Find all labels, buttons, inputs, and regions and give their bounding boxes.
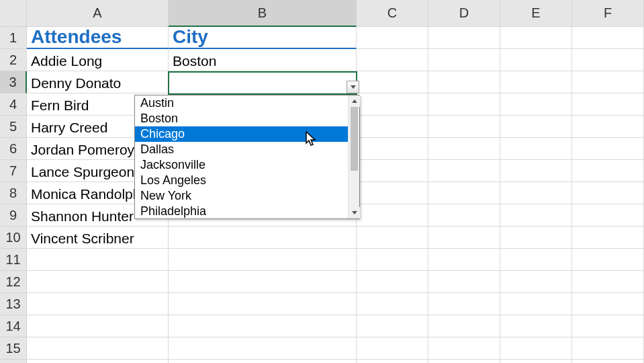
row-header-4[interactable]: 4: [0, 93, 27, 116]
cell-A12[interactable]: [27, 271, 169, 293]
cell-A11[interactable]: [27, 249, 169, 271]
cell-D15[interactable]: [428, 337, 500, 360]
cell-D16[interactable]: [428, 360, 500, 363]
row-header-8[interactable]: 8: [0, 182, 27, 204]
cell-A15[interactable]: [27, 337, 169, 360]
cell-A16[interactable]: [27, 360, 169, 363]
cell-A13[interactable]: [27, 293, 169, 315]
row-header-3[interactable]: 3: [0, 71, 27, 93]
cell-D10[interactable]: [428, 227, 500, 249]
col-header-D[interactable]: D: [428, 0, 500, 27]
cell-F2[interactable]: [572, 49, 644, 71]
cell-F11[interactable]: [572, 249, 644, 271]
cell-D9[interactable]: [428, 204, 500, 227]
cell-F10[interactable]: [572, 227, 644, 249]
row-header-6[interactable]: 6: [0, 138, 27, 160]
row-header-2[interactable]: 2: [0, 49, 27, 71]
cell-B12[interactable]: [169, 271, 357, 293]
cell-E16[interactable]: [500, 360, 572, 363]
data-validation-dropdown-list[interactable]: Austin Boston Chicago Dallas Jacksonvill…: [134, 95, 360, 219]
cell-E13[interactable]: [500, 293, 572, 315]
cell-B14[interactable]: [169, 315, 357, 337]
cell-D12[interactable]: [428, 271, 500, 293]
cell-D7[interactable]: [428, 160, 500, 182]
cell-C3[interactable]: [357, 71, 428, 93]
dropdown-item-losangeles[interactable]: Los Angeles: [135, 173, 359, 188]
cell-B3[interactable]: [169, 71, 357, 93]
col-header-C[interactable]: C: [357, 0, 428, 27]
cell-F7[interactable]: [572, 160, 644, 182]
cell-E11[interactable]: [500, 249, 572, 271]
col-header-A[interactable]: A: [27, 0, 169, 27]
cell-D2[interactable]: [428, 49, 500, 71]
dropdown-item-austin[interactable]: Austin: [135, 95, 359, 111]
cell-E15[interactable]: [500, 337, 572, 360]
cell-B11[interactable]: [169, 249, 357, 271]
cell-C16[interactable]: [357, 360, 428, 363]
cell-F16[interactable]: [572, 360, 644, 363]
cell-C7[interactable]: [357, 160, 428, 182]
cell-B2[interactable]: Boston: [169, 49, 357, 71]
cell-F9[interactable]: [572, 204, 644, 227]
cell-A10[interactable]: Vincent Scribner: [27, 227, 169, 249]
cell-D11[interactable]: [428, 249, 500, 271]
cell-F6[interactable]: [572, 138, 644, 160]
col-header-F[interactable]: F: [572, 0, 644, 27]
dropdown-item-dallas[interactable]: Dallas: [135, 142, 359, 157]
cell-C9[interactable]: [357, 204, 428, 227]
cell-C8[interactable]: [357, 182, 428, 204]
cell-B15[interactable]: [169, 337, 357, 360]
row-header-13[interactable]: 13: [0, 293, 27, 315]
cell-C10[interactable]: [357, 227, 428, 249]
cell-D1[interactable]: [428, 27, 500, 49]
cell-D13[interactable]: [428, 293, 500, 315]
row-header-16[interactable]: 16: [0, 360, 27, 363]
cell-B1[interactable]: City: [169, 27, 357, 49]
cell-F14[interactable]: [572, 315, 644, 337]
cell-F12[interactable]: [572, 271, 644, 293]
cell-E14[interactable]: [500, 315, 572, 337]
cell-D8[interactable]: [428, 182, 500, 204]
cell-E4[interactable]: [500, 93, 572, 116]
row-header-15[interactable]: 15: [0, 337, 27, 360]
cell-C1[interactable]: [357, 27, 428, 49]
row-header-1[interactable]: 1: [0, 27, 27, 49]
cell-C5[interactable]: [357, 116, 428, 138]
col-header-E[interactable]: E: [500, 0, 572, 27]
data-validation-dropdown-button[interactable]: [347, 81, 359, 93]
cell-F15[interactable]: [572, 337, 644, 360]
scroll-down-arrow[interactable]: [349, 207, 360, 218]
cell-E8[interactable]: [500, 182, 572, 204]
dropdown-item-chicago[interactable]: Chicago: [135, 126, 359, 142]
cell-F4[interactable]: [572, 93, 644, 116]
cell-C12[interactable]: [357, 271, 428, 293]
cell-C4[interactable]: [357, 93, 428, 116]
select-all-corner[interactable]: [0, 0, 27, 27]
cell-F5[interactable]: [572, 116, 644, 138]
cell-F13[interactable]: [572, 293, 644, 315]
cell-C13[interactable]: [357, 293, 428, 315]
cell-D5[interactable]: [428, 116, 500, 138]
scroll-thumb[interactable]: [351, 107, 358, 171]
cell-C14[interactable]: [357, 315, 428, 337]
cell-F3[interactable]: [572, 71, 644, 93]
cell-C2[interactable]: [357, 49, 428, 71]
dropdown-item-jacksonville[interactable]: Jacksonville: [135, 157, 359, 173]
cell-D6[interactable]: [428, 138, 500, 160]
cell-D3[interactable]: [428, 71, 500, 93]
cell-E6[interactable]: [500, 138, 572, 160]
row-header-5[interactable]: 5: [0, 116, 27, 138]
cell-A14[interactable]: [27, 315, 169, 337]
cell-F1[interactable]: [572, 27, 644, 49]
cell-E1[interactable]: [500, 27, 572, 49]
cell-B10[interactable]: [169, 227, 357, 249]
cell-E12[interactable]: [500, 271, 572, 293]
cell-E3[interactable]: [500, 71, 572, 93]
cell-E10[interactable]: [500, 227, 572, 249]
cell-D14[interactable]: [428, 315, 500, 337]
cell-C11[interactable]: [357, 249, 428, 271]
dropdown-scrollbar[interactable]: [348, 95, 359, 218]
cell-E5[interactable]: [500, 116, 572, 138]
cell-E9[interactable]: [500, 204, 572, 227]
cell-A3[interactable]: Denny Donato: [27, 71, 169, 93]
